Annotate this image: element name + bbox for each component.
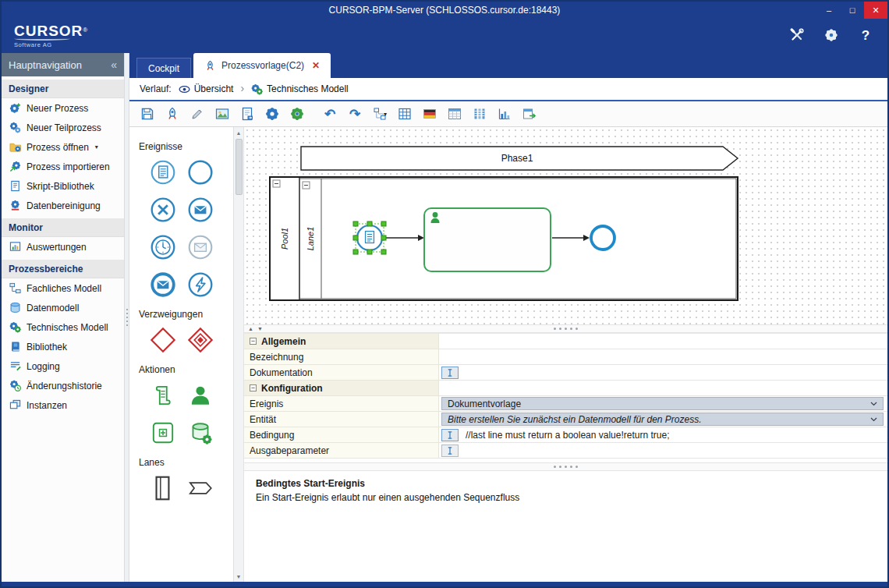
end-event-shape[interactable] [591, 226, 615, 250]
canvas-properties-splitter[interactable]: ▲▼ [244, 324, 887, 333]
tool-document-export-button[interactable] [237, 104, 257, 124]
sidebar-item-prozess-offnen[interactable]: Prozess öffnen▾ [2, 137, 124, 157]
palette-start-event[interactable] [186, 159, 214, 187]
tool-column-stats-button[interactable] [469, 104, 490, 124]
palette-user-task[interactable] [186, 382, 214, 410]
palette-complex-gateway[interactable] [186, 327, 214, 355]
help-button[interactable]: ? [856, 27, 875, 45]
sidebar-section-designer[interactable]: Designer [2, 80, 124, 98]
palette-start-document-event[interactable] [149, 159, 177, 187]
palette-subprocess-task[interactable] [149, 420, 177, 448]
tool-table-view-button[interactable] [444, 104, 465, 124]
dropdown-caret-icon[interactable]: ▾ [384, 111, 387, 118]
tool-grid-button[interactable] [395, 104, 415, 124]
scroll-up-icon[interactable]: ▲ [234, 127, 243, 138]
palette-lane[interactable] [149, 475, 177, 503]
sidebar-item-logging[interactable]: Logging [2, 356, 124, 376]
scrollbar-thumb[interactable] [236, 139, 243, 195]
collapse-icon[interactable]: − [250, 338, 257, 345]
sidebar-item-instanzen[interactable]: Instanzen [2, 395, 124, 415]
sidebar-item-neuer-prozess[interactable]: Neuer Prozess [2, 98, 124, 118]
sidebar-item-prozess-importieren[interactable]: Prozess importieren [2, 157, 124, 176]
sidebar-item-fachliches-modell[interactable]: Fachliches Modell [2, 278, 124, 298]
dropdown-ereignis[interactable]: Dokumentvorlage [441, 397, 884, 410]
sidebar-collapse-icon[interactable]: « [111, 58, 117, 71]
vertical-splitter[interactable] [124, 53, 129, 582]
tab-close-icon[interactable]: ✕ [312, 60, 320, 71]
property-value-cell[interactable]: //last line must return a boolean value!… [439, 427, 887, 442]
exclusive-gateway-icon [149, 326, 177, 356]
tool-script-gear-button[interactable] [287, 104, 307, 124]
palette-message-end-event[interactable] [149, 271, 177, 299]
palette-message-event[interactable] [186, 197, 214, 225]
sidebar-section-prozessbereiche[interactable]: Prozessbereiche [2, 260, 124, 278]
tool-export-view-button[interactable] [519, 104, 540, 124]
sidebar-item-datenmodell[interactable]: Datenmodell [2, 298, 124, 317]
sidebar-section-monitor[interactable]: Monitor [2, 218, 124, 237]
palette-message-catch-event[interactable] [186, 234, 214, 262]
dropdown-caret-icon[interactable]: ▾ [95, 143, 98, 151]
close-button[interactable]: ✕ [864, 2, 887, 19]
tab-prozessvorlage-c2[interactable]: Prozessvorlage(C2)✕ [193, 53, 331, 78]
palette-signal-event[interactable] [186, 271, 214, 299]
tab-cockpit[interactable]: Cockpit [136, 58, 191, 78]
tool-redo-button[interactable]: ↷ [345, 104, 365, 124]
palette-cancel-event[interactable] [149, 197, 177, 225]
tool-language-german-button[interactable] [420, 104, 440, 124]
palette-exclusive-gateway[interactable] [149, 327, 177, 355]
property-row-ereignis: EreignisDokumentvorlage [244, 396, 887, 412]
sidebar-item-technisches-modell[interactable]: Technisches Modell [2, 317, 124, 337]
palette-data-task[interactable] [186, 420, 214, 448]
properties-info-splitter[interactable] [244, 462, 887, 471]
phase-shape[interactable]: Phase1 [301, 147, 738, 170]
sidebar-item-anderungshistorie[interactable]: Änderungshistorie [2, 376, 124, 395]
tool-validate-pen-button[interactable] [187, 104, 207, 124]
breadcrumb-item-ubersicht[interactable]: Übersicht [179, 83, 234, 95]
tools-button[interactable] [788, 27, 806, 45]
tool-publish-rocket-button[interactable] [162, 104, 182, 124]
edit-ausgabeparameter-button[interactable] [441, 445, 459, 457]
palette-phase[interactable] [186, 475, 214, 503]
dropdown-value: Dokumentvorlage [448, 398, 870, 409]
palette-script-task[interactable] [149, 382, 177, 410]
sidebar-item-skript-bibliothek[interactable]: Skript-Bibliothek [2, 176, 124, 196]
settings-gear-button[interactable] [822, 27, 841, 45]
collapse-up-icon[interactable]: ▲ [248, 326, 253, 331]
sidebar-item-label: Bibliothek [27, 342, 67, 352]
collapse-icon[interactable]: − [250, 384, 257, 391]
eye-icon [179, 83, 190, 95]
property-label: Bedingung [250, 430, 294, 441]
splitter-collapse-buttons[interactable]: ▲▼ [248, 325, 263, 332]
tool-image-export-button[interactable] [212, 104, 232, 124]
property-value-cell: Dokumentvorlage [439, 396, 887, 411]
tool-process-gear-button[interactable] [262, 104, 282, 124]
sidebar-item-neuer-teilprozess[interactable]: Neuer Teilprozess [2, 118, 124, 137]
sidebar-item-bibliothek[interactable]: Bibliothek [2, 337, 124, 356]
collapse-down-icon[interactable]: ▼ [257, 326, 263, 331]
breadcrumb-separator-icon: › [240, 83, 244, 94]
breadcrumb-item-technisches-modell[interactable]: Technisches Modell [251, 83, 349, 95]
bpmn-canvas[interactable]: Phase1 Pool1 [244, 127, 887, 324]
dropdown-entitat[interactable]: Bitte erstellen Sie zunächst ein Datenmo… [441, 413, 884, 426]
sidebar-item-auswertungen[interactable]: Auswertungen [2, 237, 124, 257]
palette-scrollbar[interactable]: ▲ ▼ [233, 127, 243, 582]
edit-bedingung-button[interactable] [441, 429, 459, 441]
tool-chart-view-button[interactable] [494, 104, 515, 124]
user-task-shape[interactable] [424, 208, 551, 271]
cursor-logo: CURSOR® Software AG [14, 23, 87, 48]
property-value-cell[interactable] [439, 443, 887, 458]
tool-auto-layout-button[interactable]: ▾ [370, 104, 390, 124]
start-event-shape[interactable] [353, 221, 386, 254]
scroll-down-icon[interactable]: ▼ [234, 571, 243, 582]
property-value-cell[interactable] [439, 349, 887, 364]
phase-icon [186, 474, 214, 505]
property-value-cell[interactable] [439, 365, 887, 380]
tool-undo-button[interactable]: ↶ [320, 104, 340, 124]
minimize-button[interactable]: – [817, 2, 841, 19]
edit-dokumentation-button[interactable] [441, 367, 459, 379]
maximize-button[interactable]: □ [841, 2, 864, 19]
sidebar-item-datenbereinigung[interactable]: Datenbereinigung [2, 196, 124, 215]
palette-timer-event[interactable] [149, 234, 177, 262]
tool-save-button[interactable] [137, 104, 158, 124]
sidebar-item-label: Prozess öffnen [27, 142, 89, 153]
